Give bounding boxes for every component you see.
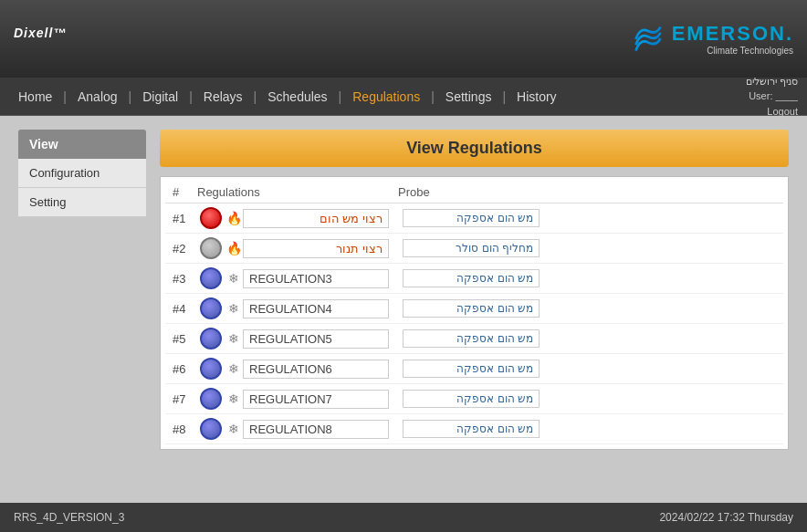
col-header-probe: Probe	[398, 185, 430, 199]
row-num: #2	[165, 242, 197, 256]
regulation-name[interactable]: רצוי מש הום	[243, 209, 389, 228]
probe-name[interactable]: מש הום אספקה	[403, 209, 540, 227]
brand-logo: Dixell™	[14, 22, 67, 56]
probe-name[interactable]: מש הום אספקה	[403, 329, 540, 348]
nav-separator: |	[129, 89, 132, 104]
indicator-circle-gray	[200, 237, 222, 259]
row-num: #3	[165, 272, 197, 286]
row-indicator	[197, 388, 225, 410]
regulation-name[interactable]: REGULATION4	[243, 299, 389, 318]
row-num: #6	[165, 362, 197, 376]
probe-name[interactable]: מש הום אספקה	[403, 420, 540, 438]
probe-name[interactable]: מש הום אספקה	[403, 299, 540, 318]
row-indicator	[197, 418, 225, 440]
row-num: #8	[165, 422, 197, 436]
regulation-name[interactable]: REGULATION6	[243, 360, 389, 379]
table-row[interactable]: #1🔥רצוי מש הוםמש הום אספקה	[165, 203, 783, 234]
col-header-reg: Regulations	[197, 185, 389, 199]
footer-datetime: 2024/02/22 17:32 Thursday	[659, 511, 793, 524]
nav-item-history[interactable]: History	[508, 78, 566, 115]
main-content: View Configuration Setting View Regulati…	[0, 116, 807, 503]
page-title: View Regulations	[160, 130, 789, 167]
nav-item-settings[interactable]: Settings	[436, 78, 501, 115]
nav-item-regulations[interactable]: Regulations	[343, 78, 429, 115]
regulation-name[interactable]: REGULATION8	[243, 420, 389, 439]
flame-icon: 🔥	[225, 211, 243, 225]
nav-item-analog[interactable]: Analog	[68, 78, 127, 115]
nav-separator: |	[63, 89, 67, 104]
table-header: # Regulations Probe	[165, 182, 783, 203]
row-indicator	[197, 358, 225, 380]
user-label: User: ____	[746, 89, 798, 104]
snowflake-icon: ❄	[225, 361, 243, 376]
probe-name[interactable]: מש הום אספקה	[403, 360, 540, 378]
row-indicator	[197, 297, 225, 319]
row-num: #7	[165, 392, 197, 406]
nav-item-home[interactable]: Home	[9, 78, 61, 115]
probe-name[interactable]: מחליף הום סולר	[403, 239, 540, 257]
sidebar-item-configuration[interactable]: Configuration	[18, 159, 146, 188]
probe-name[interactable]: מש הום אספקה	[403, 390, 540, 408]
sidebar-header: View	[18, 130, 146, 159]
row-indicator	[197, 237, 225, 259]
footer-version: RRS_4D_VERSION_3	[14, 511, 124, 524]
emerson-subtitle: Climate Technologies	[672, 46, 793, 56]
sidebar-item-setting[interactable]: Setting	[18, 188, 146, 217]
indicator-circle-blue	[200, 328, 222, 349]
indicator-circle-blue	[200, 358, 222, 380]
nav-separator: |	[339, 89, 342, 104]
snowflake-icon: ❄	[225, 331, 243, 346]
indicator-circle-blue	[200, 297, 222, 319]
indicator-circle-red	[200, 207, 222, 229]
indicator-circle-blue	[200, 267, 222, 289]
table-row[interactable]: #5❄REGULATION5מש הום אספקה	[165, 324, 783, 354]
regulation-name[interactable]: REGULATION7	[243, 390, 389, 409]
emerson-logo: EMERSON. Climate Technologies	[632, 22, 793, 56]
nav-user: סניף ירושלים User: ____ Logout	[746, 74, 798, 120]
table-body: #1🔥רצוי מש הוםמש הום אספקה#2🔥רצוי תנורמח…	[165, 203, 783, 444]
regulation-name[interactable]: REGULATION5	[243, 329, 389, 349]
table-row[interactable]: #4❄REGULATION4מש הום אספקה	[165, 294, 783, 324]
logout-link[interactable]: Logout	[746, 104, 798, 120]
nav-separator: |	[254, 89, 257, 104]
nav-separator: |	[431, 89, 435, 104]
table-row[interactable]: #8❄REGULATION8מש הום אספקה	[165, 414, 783, 444]
nav-links: Home|Analog|Digital|Relays|Schedules|Reg…	[9, 78, 566, 115]
header: Dixell™ EMERSON. Climate Technologies	[0, 0, 807, 78]
regulation-name[interactable]: רצוי תנור	[243, 239, 389, 258]
brand-trademark: ™	[53, 26, 67, 40]
table-row[interactable]: #6❄REGULATION6מש הום אספקה	[165, 354, 783, 384]
row-indicator	[197, 328, 225, 349]
snowflake-icon: ❄	[225, 391, 243, 406]
regulation-name[interactable]: REGULATION3	[243, 269, 389, 288]
user-hebrew: סניף ירושלים	[746, 74, 798, 89]
snowflake-icon: ❄	[225, 301, 243, 316]
table-row[interactable]: #2🔥רצוי תנורמחליף הום סולר	[165, 234, 783, 264]
nav-item-digital[interactable]: Digital	[133, 78, 187, 115]
row-num: #5	[165, 332, 197, 346]
row-indicator	[197, 267, 225, 289]
nav-item-schedules[interactable]: Schedules	[258, 78, 336, 115]
indicator-circle-blue	[200, 388, 222, 410]
flame-icon: 🔥	[225, 241, 243, 256]
row-num: #1	[165, 212, 197, 225]
navbar: Home|Analog|Digital|Relays|Schedules|Reg…	[0, 78, 807, 116]
snowflake-icon: ❄	[225, 422, 243, 436]
sidebar: View Configuration Setting	[18, 130, 146, 489]
emerson-brand: EMERSON.	[672, 22, 793, 46]
content-area: View Regulations # Regulations Probe #1🔥…	[160, 130, 789, 489]
brand-name: Dixell	[14, 26, 53, 40]
indicator-circle-blue	[200, 418, 222, 440]
table-row[interactable]: #7❄REGULATION7מש הום אספקה	[165, 384, 783, 414]
footer: RRS_4D_VERSION_3 2024/02/22 17:32 Thursd…	[0, 503, 807, 532]
col-header-num: #	[165, 185, 197, 199]
regulations-table: # Regulations Probe #1🔥רצוי מש הוםמש הום…	[160, 176, 789, 450]
row-indicator	[197, 207, 225, 229]
nav-separator: |	[502, 89, 506, 104]
table-row[interactable]: #3❄REGULATION3מש הום אספקה	[165, 264, 783, 294]
nav-separator: |	[189, 89, 193, 104]
row-num: #4	[165, 302, 197, 316]
nav-item-relays[interactable]: Relays	[194, 78, 252, 115]
probe-name[interactable]: מש הום אספקה	[403, 269, 540, 287]
snowflake-icon: ❄	[225, 271, 243, 286]
